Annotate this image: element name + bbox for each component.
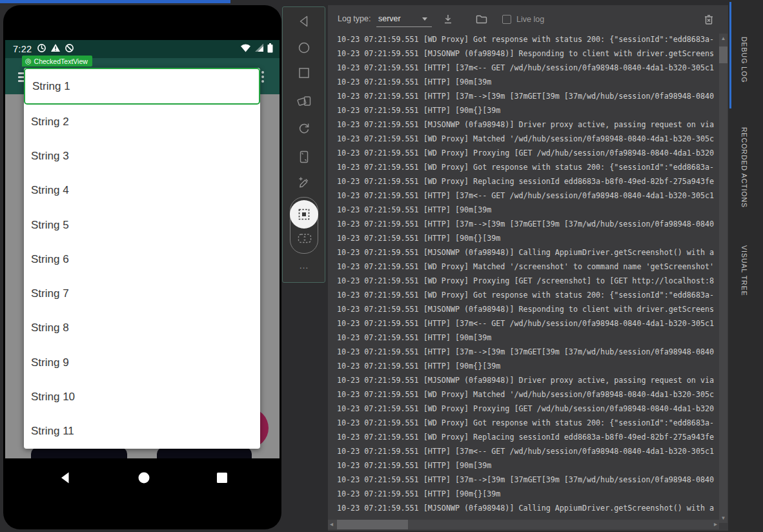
log-line: 10-23 07:21:59.551 [WD Proxy] Got respon… <box>337 288 714 302</box>
dialog-button-right[interactable] <box>157 447 252 458</box>
list-item[interactable]: String 7 <box>24 277 260 311</box>
tab-debug-log[interactable]: DEBUG LOG <box>740 37 748 83</box>
scroll-left-icon[interactable]: ◂ <box>330 520 333 527</box>
log-line: 10-23 07:21:59.551 [WD Proxy] Got respon… <box>337 416 714 430</box>
log-line: 10-23 07:21:59.551 [WD Proxy] Matched '/… <box>337 132 714 146</box>
log-line: 10-23 07:21:59.551 [HTTP] [90m{}[39m <box>337 487 714 501</box>
device-screen[interactable]: 7:22 <box>3 5 281 529</box>
log-line: 10-23 07:21:59.551 [WD Proxy] Replacing … <box>337 174 714 189</box>
log-line: 10-23 07:21:59.551 [MJSONWP (0fa98948)] … <box>337 46 714 61</box>
sync-icon <box>37 43 46 56</box>
horizontal-scrollbar[interactable]: ◂ ▸ <box>328 520 719 529</box>
log-line: 10-23 07:21:59.551 [WD Proxy] Matched '/… <box>337 260 714 274</box>
log-line: 10-23 07:21:59.551 [HTTP] [90m{}[39m <box>337 103 714 118</box>
log-type-select[interactable]: server <box>378 14 401 23</box>
log-line: 10-23 07:21:59.551 [HTTP] [37m-->[39m [3… <box>337 473 714 487</box>
battery-icon <box>267 43 273 56</box>
log-type-label: Log type: <box>338 14 371 23</box>
log-type-underline <box>376 26 432 27</box>
emulator-toolbar: … <box>282 6 325 283</box>
log-line: 10-23 07:21:59.551 [HTTP] [90m{}[39m <box>337 231 714 245</box>
scroll-down-icon[interactable]: ▼ <box>719 515 727 521</box>
select-element-button[interactable] <box>290 200 318 229</box>
refresh-button[interactable] <box>297 121 311 136</box>
tab-visual-tree[interactable]: VISUAL TREE <box>740 245 748 296</box>
app-window: 7:22 <box>0 0 763 532</box>
chevron-down-icon[interactable] <box>422 17 427 21</box>
overflow-menu-icon[interactable] <box>261 71 264 85</box>
log-line: 10-23 07:21:59.551 [MJSONWP (0fa98948)] … <box>337 245 714 260</box>
open-folder-button[interactable] <box>475 14 488 26</box>
list-item[interactable]: String 9 <box>24 345 260 380</box>
log-line: 10-23 07:21:59.551 [HTTP] [37m<-- GET /w… <box>337 61 714 75</box>
device-screenshot-button[interactable] <box>297 150 311 164</box>
badge-label: CheckedTextView <box>34 57 88 65</box>
target-icon: ◎ <box>25 57 32 65</box>
log-line: 10-23 07:21:59.551 [HTTP] [37m<-- GET /w… <box>337 316 714 331</box>
log-line: 10-23 07:21:59.551 [HTTP] [90m[39m <box>337 458 714 473</box>
live-log-label: Live log <box>516 15 544 24</box>
log-line: 10-23 07:21:59.551 [WD Proxy] Proxying [… <box>337 402 714 416</box>
log-line: 10-23 07:21:59.551 [HTTP] [90m[39m <box>337 75 714 89</box>
list-item[interactable]: String 10 <box>24 380 260 414</box>
log-line: 10-23 07:21:59.551 [HTTP] [37m-->[39m [3… <box>337 89 714 103</box>
warning-icon <box>50 43 61 55</box>
wifi-icon <box>240 43 251 55</box>
back-button[interactable] <box>297 14 311 28</box>
scroll-right-icon[interactable]: ▸ <box>714 520 717 527</box>
log-line: 10-23 07:21:59.551 [MJSONWP (0fa98948)] … <box>337 373 714 387</box>
log-line: 10-23 07:21:59.551 [HTTP] [90m{}[39m <box>337 359 714 373</box>
tap-by-coordinates-button[interactable] <box>297 231 311 245</box>
log-line: 10-23 07:21:59.551 [WD Proxy] Proxying [… <box>337 146 714 160</box>
active-tab-indicator <box>729 2 731 108</box>
log-line: 10-23 07:21:59.551 [MJSONWP (0fa98948)] … <box>337 118 714 132</box>
log-line: 10-23 07:21:59.551 [MJSONWP (0fa98948)] … <box>337 501 714 515</box>
inspector-element-badge: ◎ CheckedTextView <box>22 56 92 66</box>
list-item[interactable]: String 1 <box>24 68 260 105</box>
list-item[interactable]: String 5 <box>24 208 260 242</box>
rotate-device-button[interactable] <box>297 94 311 108</box>
dialog-button-left[interactable] <box>31 447 127 458</box>
window-accent-bar <box>0 0 230 3</box>
log-line: 10-23 07:21:59.551 [HTTP] [37m-->[39m [3… <box>337 217 714 231</box>
log-line: 10-23 07:21:59.551 [HTTP] [90m[39m <box>337 203 714 217</box>
log-lines: 10-23 07:21:59.551 [WD Proxy] Got respon… <box>337 32 714 515</box>
tab-recorded-actions[interactable]: RECORDED ACTIONS <box>740 127 748 208</box>
annotate-button[interactable] <box>297 176 311 190</box>
side-tab-strip: DEBUG LOG RECORDED ACTIONS VISUAL TREE <box>728 0 763 532</box>
log-line: 10-23 07:21:59.551 [MJSONWP (0fa98948)] … <box>337 302 714 316</box>
log-line: 10-23 07:21:59.551 [WD Proxy] Replacing … <box>337 430 714 444</box>
download-log-button[interactable] <box>442 13 454 26</box>
log-line: 10-23 07:21:59.551 [WD Proxy] Got respon… <box>337 160 714 174</box>
list-item[interactable]: String 11 <box>24 414 260 449</box>
list-item[interactable]: String 8 <box>24 311 260 345</box>
log-line: 10-23 07:21:59.551 [HTTP] [37m<-- GET /w… <box>337 444 714 458</box>
nav-recents-button[interactable] <box>215 471 229 485</box>
clock: 7:22 <box>13 44 32 54</box>
debug-log-panel: Log type: server Live log 10-23 07:21:59… <box>328 5 728 531</box>
list-item[interactable]: String 2 <box>24 105 260 139</box>
horizontal-scrollbar-thumb[interactable] <box>337 520 408 529</box>
home-button[interactable] <box>297 41 311 55</box>
cell-signal-icon <box>254 43 264 55</box>
nav-back-button[interactable] <box>58 471 72 485</box>
dropdown-list: String 1String 2String 3String 4String 5… <box>24 68 260 449</box>
log-line: 10-23 07:21:59.551 [WD Proxy] Proxying [… <box>337 274 714 288</box>
recents-button[interactable] <box>297 66 311 80</box>
log-line: 10-23 07:21:59.551 [HTTP] [37m-->[39m [3… <box>337 345 714 359</box>
list-item[interactable]: String 3 <box>24 139 260 174</box>
more-options-button[interactable]: … <box>299 260 309 270</box>
list-item[interactable]: String 4 <box>24 174 260 208</box>
nav-home-button[interactable] <box>137 471 151 485</box>
log-line: 10-23 07:21:59.551 [HTTP] [90m[39m <box>337 331 714 345</box>
list-item[interactable]: String 6 <box>24 242 260 276</box>
live-log-checkbox[interactable] <box>502 15 511 24</box>
scroll-up-icon[interactable]: ▲ <box>719 36 727 41</box>
android-nav-bar <box>5 458 280 527</box>
log-line: 10-23 07:21:59.551 [HTTP] [37m<-- GET /w… <box>337 189 714 203</box>
vertical-scrollbar-thumb[interactable] <box>719 46 727 63</box>
log-line: 10-23 07:21:59.551 [WD Proxy] Got respon… <box>337 32 714 46</box>
vertical-scrollbar[interactable]: ▲ ▼ <box>719 34 727 523</box>
clear-log-button[interactable] <box>702 13 715 26</box>
log-line: 10-23 07:21:59.551 [WD Proxy] Matched '/… <box>337 387 714 402</box>
